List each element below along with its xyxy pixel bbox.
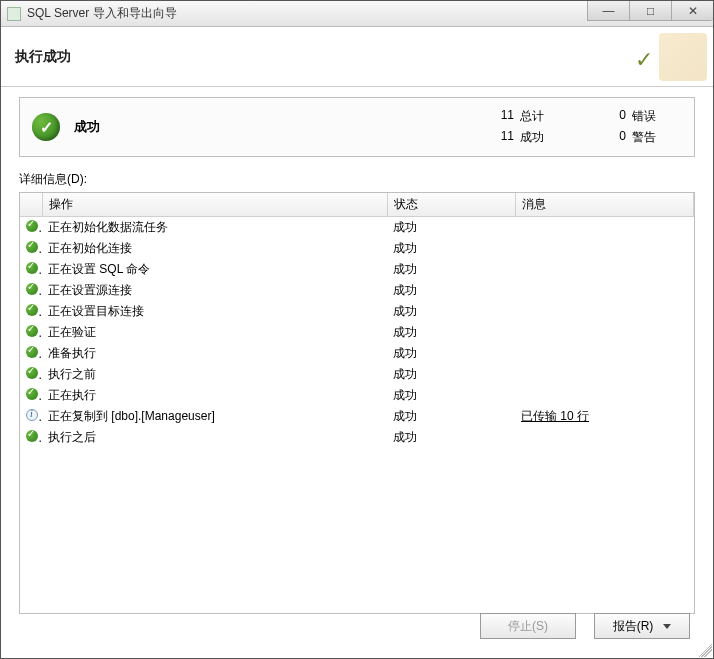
row-operation: 正在复制到 [dbo].[Manageuser] — [42, 406, 387, 427]
details-label: 详细信息(D): — [19, 171, 695, 188]
row-status: 成功 — [387, 427, 515, 448]
row-status-icon — [20, 322, 42, 343]
row-message — [515, 217, 694, 239]
row-status-icon — [20, 427, 42, 448]
row-message — [515, 364, 694, 385]
ok-icon — [26, 430, 38, 442]
row-status-icon — [20, 385, 42, 406]
row-status-icon — [20, 343, 42, 364]
row-message — [515, 238, 694, 259]
footer-buttons: 停止(S) 报告(R) — [480, 613, 690, 639]
message-link[interactable]: 已传输 10 行 — [521, 409, 589, 423]
col-icon[interactable] — [20, 193, 42, 217]
row-operation: 执行之后 — [42, 427, 387, 448]
table-row[interactable]: 正在设置 SQL 命令成功 — [20, 259, 694, 280]
ok-icon — [26, 346, 38, 358]
details-table: 操作 状态 消息 正在初始化数据流任务成功正在初始化连接成功正在设置 SQL 命… — [19, 192, 695, 614]
success-label: 成功 — [520, 129, 570, 146]
info-icon — [26, 409, 38, 421]
table-row[interactable]: 正在设置目标连接成功 — [20, 301, 694, 322]
report-button[interactable]: 报告(R) — [594, 613, 690, 639]
table-row[interactable]: 正在设置源连接成功 — [20, 280, 694, 301]
table-row[interactable]: 正在复制到 [dbo].[Manageuser]成功已传输 10 行 — [20, 406, 694, 427]
window-title: SQL Server 导入和导出向导 — [27, 5, 177, 22]
app-icon — [7, 7, 21, 21]
page-header: 执行成功 ✓ — [1, 27, 713, 87]
warning-label: 警告 — [632, 129, 682, 146]
total-label: 总计 — [520, 108, 570, 125]
col-status[interactable]: 状态 — [387, 193, 515, 217]
check-icon: ✓ — [635, 47, 653, 73]
col-operation[interactable]: 操作 — [42, 193, 387, 217]
summary-label: 成功 — [74, 118, 100, 136]
table-row[interactable]: 执行之前成功 — [20, 364, 694, 385]
maximize-button[interactable]: □ — [629, 1, 671, 21]
row-status: 成功 — [387, 217, 515, 239]
page-title: 执行成功 — [15, 48, 71, 66]
row-operation: 正在初始化数据流任务 — [42, 217, 387, 239]
row-status-icon — [20, 217, 42, 239]
row-status: 成功 — [387, 322, 515, 343]
row-status: 成功 — [387, 364, 515, 385]
row-status-icon — [20, 259, 42, 280]
row-message — [515, 385, 694, 406]
table-row[interactable]: 正在验证成功 — [20, 322, 694, 343]
row-message — [515, 322, 694, 343]
row-operation: 正在执行 — [42, 385, 387, 406]
table-row[interactable]: 正在执行成功 — [20, 385, 694, 406]
chevron-down-icon — [663, 624, 671, 629]
row-message[interactable]: 已传输 10 行 — [515, 406, 694, 427]
warning-count: 0 — [576, 129, 626, 146]
summary-box: ✓ 成功 11 总计 0 错误 11 成功 0 警告 — [19, 97, 695, 157]
col-message[interactable]: 消息 — [515, 193, 694, 217]
success-icon: ✓ — [32, 113, 60, 141]
row-status: 成功 — [387, 238, 515, 259]
minimize-button[interactable]: — — [587, 1, 629, 21]
table-row[interactable]: 正在初始化数据流任务成功 — [20, 217, 694, 239]
resize-grip[interactable] — [698, 643, 712, 657]
table-row[interactable]: 正在初始化连接成功 — [20, 238, 694, 259]
row-status-icon — [20, 406, 42, 427]
row-status-icon — [20, 301, 42, 322]
row-status: 成功 — [387, 301, 515, 322]
ok-icon — [26, 325, 38, 337]
row-operation: 正在设置源连接 — [42, 280, 387, 301]
ok-icon — [26, 241, 38, 253]
row-operation: 正在设置目标连接 — [42, 301, 387, 322]
stop-button[interactable]: 停止(S) — [480, 613, 576, 639]
error-label: 错误 — [632, 108, 682, 125]
window-controls: — □ ✕ — [587, 1, 713, 21]
titlebar: SQL Server 导入和导出向导 — □ ✕ — [1, 1, 713, 27]
row-status: 成功 — [387, 259, 515, 280]
header-decoration — [659, 33, 707, 81]
error-count: 0 — [576, 108, 626, 125]
row-operation: 准备执行 — [42, 343, 387, 364]
close-button[interactable]: ✕ — [671, 1, 713, 21]
row-operation: 正在验证 — [42, 322, 387, 343]
row-message — [515, 301, 694, 322]
ok-icon — [26, 367, 38, 379]
summary-stats: 11 总计 0 错误 11 成功 0 警告 — [484, 108, 682, 146]
success-count: 11 — [484, 129, 514, 146]
row-operation: 执行之前 — [42, 364, 387, 385]
row-operation: 正在设置 SQL 命令 — [42, 259, 387, 280]
row-operation: 正在初始化连接 — [42, 238, 387, 259]
ok-icon — [26, 283, 38, 295]
row-status: 成功 — [387, 385, 515, 406]
table-row[interactable]: 执行之后成功 — [20, 427, 694, 448]
ok-icon — [26, 220, 38, 232]
total-count: 11 — [484, 108, 514, 125]
row-message — [515, 427, 694, 448]
table-row[interactable]: 准备执行成功 — [20, 343, 694, 364]
row-status: 成功 — [387, 343, 515, 364]
ok-icon — [26, 262, 38, 274]
row-status-icon — [20, 364, 42, 385]
report-button-label: 报告(R) — [613, 618, 654, 635]
row-message — [515, 259, 694, 280]
ok-icon — [26, 304, 38, 316]
stop-button-label: 停止(S) — [508, 618, 548, 635]
row-message — [515, 280, 694, 301]
row-status: 成功 — [387, 406, 515, 427]
row-message — [515, 343, 694, 364]
row-status: 成功 — [387, 280, 515, 301]
